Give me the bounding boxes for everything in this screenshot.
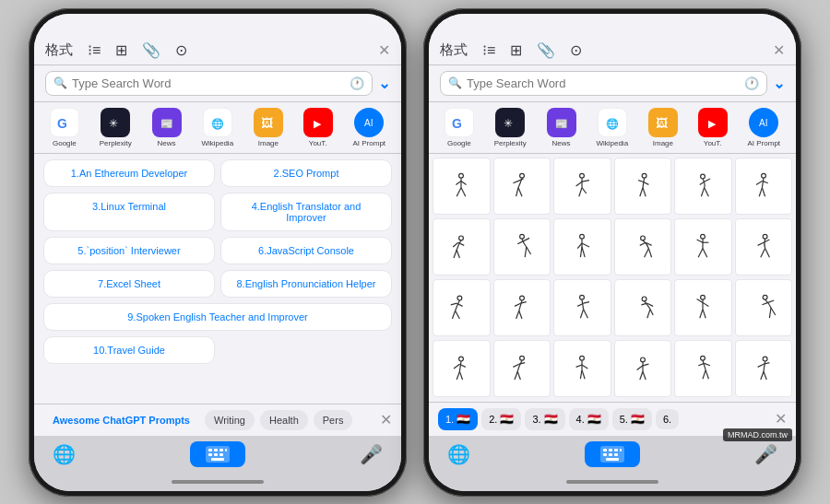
list-icon[interactable]: ⁝≡ [88,41,101,59]
app-wikipedia[interactable]: 🌐 Wikipedia [201,108,233,147]
svg-line-95 [456,311,460,319]
tab-pers[interactable]: Pers [314,410,353,430]
svg-line-49 [705,179,710,182]
figure-7[interactable] [433,218,491,276]
svg-line-47 [643,187,646,196]
figure-17[interactable] [674,279,732,337]
num-tab-6[interactable]: 6. [656,409,679,429]
prompt-item-4[interactable]: 4.English Translator and Improver [220,193,392,231]
app-google[interactable]: G Google [50,108,79,147]
prompt-item-7[interactable]: 7.Excel Sheet [43,270,215,298]
prompt-item-8[interactable]: 8.English Pronunciation Helper [220,270,392,298]
send-icon[interactable]: ⊙ [175,41,187,59]
figure-23[interactable] [674,340,732,398]
prompt-item-1[interactable]: 1.An Ethereum Developer [43,159,215,187]
figure-16[interactable] [614,279,672,337]
figure-10[interactable] [614,218,672,276]
close-button-right[interactable]: ✕ [773,41,785,59]
svg-point-91 [457,296,462,300]
svg-line-131 [519,362,525,364]
figure-1[interactable] [433,158,491,216]
svg-rect-161 [620,449,622,451]
tab-awesome-chatgpt[interactable]: Awesome ChatGPT Prompts [43,410,199,430]
figure-8[interactable] [493,218,551,276]
prompt-item-3[interactable]: 3.Linux Terminal [43,193,215,231]
num-tab-5[interactable]: 5. 🇪🇬 [612,408,652,430]
globe-icon-right[interactable]: 🌐 [447,443,470,465]
figure-4[interactable] [614,158,672,216]
google-icon-right: G [445,108,474,137]
app-ai-prompt[interactable]: AI AI Prompt [352,108,385,147]
svg-line-143 [643,364,648,366]
num-tab-2[interactable]: 2. 🇪🇬 [481,408,521,430]
clock-icon-left[interactable]: 🕐 [350,76,364,90]
num-tab-4[interactable]: 4. 🇪🇬 [569,408,609,430]
table-icon[interactable]: ⊞ [115,41,127,59]
svg-rect-163 [609,453,612,456]
num-tab-1[interactable]: 1. 🇪🇬 [438,408,478,430]
figure-5[interactable] [674,158,732,216]
mic-icon-left[interactable]: 🎤 [360,443,383,465]
app-wikipedia-right[interactable]: 🌐 Wikipedia [596,108,628,147]
google-label: Google [53,139,77,147]
figure-9[interactable] [553,218,611,276]
clock-icon-right[interactable]: 🕐 [744,76,759,90]
app-perplexity-right[interactable]: ✳ Perplexity [494,108,527,147]
tab-health[interactable]: Health [260,410,308,430]
svg-line-30 [461,187,466,196]
prompt-item-10[interactable]: 10.Travel Guide [43,336,215,364]
tabs-close-button-right[interactable]: ✕ [775,410,787,428]
list-icon-right[interactable]: ⁝≡ [482,41,495,59]
figure-2[interactable] [493,158,551,216]
paperclip-icon-right[interactable]: 📎 [537,41,555,59]
figure-19[interactable] [433,340,491,398]
table-icon-right[interactable]: ⊞ [510,41,522,59]
app-google-right[interactable]: G Google [445,108,474,147]
app-youtube-right[interactable]: ▶ YouT. [698,108,728,147]
num-tab-3[interactable]: 3. 🇪🇬 [525,408,564,430]
figure-11[interactable] [674,218,732,276]
prompt-item-2[interactable]: 2.SEO Prompt [220,159,392,187]
prompt-item-9[interactable]: 9.Spoken English Teacher and Improver [43,303,392,331]
close-button-left[interactable]: ✕ [378,41,390,59]
chevron-down-icon-right[interactable]: ⌄ [773,75,785,92]
wikipedia-label: Wikipedia [201,139,233,147]
search-input-left[interactable] [72,76,345,90]
keyboard-icon-left[interactable] [190,441,245,467]
tabs-close-button[interactable]: ✕ [380,411,392,428]
figure-24[interactable] [735,340,793,398]
app-perplexity[interactable]: ✳ Perplexity [100,108,132,147]
figure-3[interactable] [553,158,611,216]
prompt-item-5[interactable]: 5.`position` Interviewer [43,237,215,264]
chevron-down-icon-left[interactable]: ⌄ [378,75,390,92]
format-label-left[interactable]: 格式 [45,41,73,59]
app-image[interactable]: 🖼 Image [254,108,283,147]
figure-15[interactable] [553,279,611,337]
figure-6[interactable] [735,158,793,216]
prompt-grid-left: 1.An Ethereum Developer 2.SEO Prompt 3.L… [43,159,392,364]
send-icon-right[interactable]: ⊙ [570,41,582,59]
figure-20[interactable] [493,340,551,398]
app-youtube[interactable]: ▶ YouT. [303,108,333,147]
paperclip-icon[interactable]: 📎 [142,41,160,59]
figure-21[interactable] [553,340,611,398]
figure-14[interactable] [493,279,551,337]
prompt-item-6[interactable]: 6.JavaScript Console [220,237,392,264]
globe-icon-left[interactable]: 🌐 [53,443,76,465]
svg-rect-159 [609,449,612,451]
keyboard-icon-right[interactable] [585,441,640,467]
app-image-right[interactable]: 🖼 Image [648,108,678,147]
search-input-right[interactable] [467,76,740,90]
figure-13[interactable] [433,279,491,337]
ai-prompt-icon: AI [354,108,384,137]
tab-writing[interactable]: Writing [205,410,255,430]
format-label-right[interactable]: 格式 [440,41,468,59]
figure-18[interactable] [735,279,793,337]
app-ai-prompt-right[interactable]: AI AI Prompt [747,108,780,147]
app-news[interactable]: 📰 News [152,108,182,147]
mic-icon-right[interactable]: 🎤 [754,443,777,465]
figure-12[interactable] [735,218,793,276]
app-news-right[interactable]: 📰 News [547,108,576,147]
figure-22[interactable] [614,340,672,398]
svg-line-66 [517,240,523,243]
